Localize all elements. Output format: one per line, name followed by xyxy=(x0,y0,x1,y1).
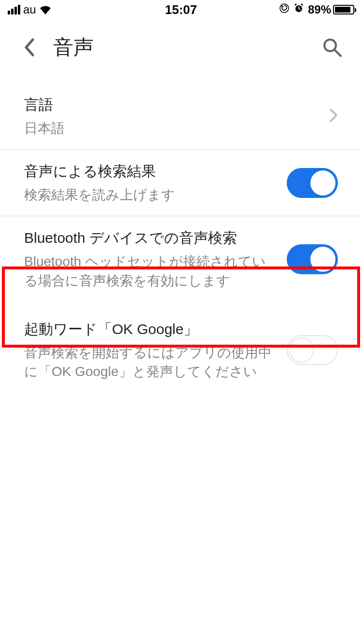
wifi-icon xyxy=(39,5,52,14)
page-header: 音声 xyxy=(0,19,362,75)
chevron-right-icon xyxy=(329,108,338,125)
setting-ok-google-title: 起動ワード「OK Google」 xyxy=(24,319,277,339)
toggle-knob xyxy=(289,337,314,363)
signal-icon xyxy=(8,5,20,14)
chevron-left-icon xyxy=(24,38,34,56)
setting-bluetooth-title: Bluetooth デバイスでの音声検索 xyxy=(24,228,277,248)
toggle-bluetooth[interactable] xyxy=(287,244,338,274)
carrier-label: au xyxy=(23,3,36,16)
setting-ok-google-subtitle: 音声検索を開始するにはアプリの使用中に「OK Google」と発声してください xyxy=(24,343,277,381)
setting-language-title: 言語 xyxy=(24,95,329,115)
settings-list: 言語 日本語 音声による検索結果 検索結果を読み上げます Bluetooth デ… xyxy=(0,75,362,392)
page-title: 音声 xyxy=(53,34,94,61)
status-bar: au 15:07 89% xyxy=(0,0,362,19)
search-button[interactable] xyxy=(321,37,343,58)
status-right: 89% xyxy=(279,3,354,16)
toggle-knob xyxy=(310,170,335,196)
rotation-lock-icon xyxy=(279,3,290,16)
setting-language-value: 日本語 xyxy=(24,119,329,138)
search-icon xyxy=(321,37,343,58)
svg-line-3 xyxy=(334,50,341,56)
toggle-knob xyxy=(310,247,335,272)
battery-indicator: 89% xyxy=(308,3,354,16)
setting-ok-google[interactable]: 起動ワード「OK Google」 音声検索を開始するにはアプリの使用中に「OK … xyxy=(0,302,362,392)
setting-language[interactable]: 言語 日本語 xyxy=(0,75,362,150)
back-button[interactable] xyxy=(19,38,39,57)
setting-voice-results-title: 音声による検索結果 xyxy=(24,161,277,182)
alarm-icon xyxy=(293,3,304,16)
setting-bluetooth-subtitle: Bluetooth ヘッドセットが接続されている場合に音声検索を有効にします xyxy=(24,252,277,290)
battery-percent-label: 89% xyxy=(308,3,331,16)
toggle-voice-results[interactable] xyxy=(287,168,338,198)
setting-voice-results-subtitle: 検索結果を読み上げます xyxy=(24,185,277,204)
status-time: 15:07 xyxy=(165,2,197,17)
setting-bluetooth[interactable]: Bluetooth デバイスでの音声検索 Bluetooth ヘッドセットが接続… xyxy=(0,216,362,301)
status-left: au xyxy=(8,3,52,16)
setting-voice-results[interactable]: 音声による検索結果 検索結果を読み上げます xyxy=(0,150,362,216)
battery-icon xyxy=(333,5,354,14)
toggle-ok-google[interactable] xyxy=(287,335,338,365)
